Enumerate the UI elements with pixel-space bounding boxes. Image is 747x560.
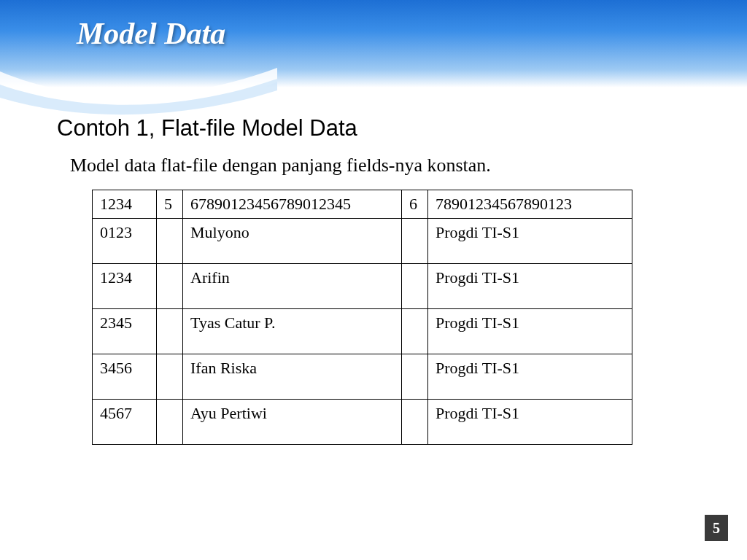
table-cell: 6 (402, 190, 428, 219)
table-cell (402, 400, 428, 445)
table-row: 1234 Arifin Progdi TI-S1 (93, 264, 632, 309)
table-cell: Progdi TI-S1 (428, 354, 632, 400)
table-cell: 0123 (93, 219, 157, 264)
table-header-row: 1234 5 67890123456789012345 6 7890123456… (93, 190, 632, 219)
page-number-badge: 5 (705, 515, 728, 541)
table-cell: Progdi TI-S1 (428, 400, 632, 445)
table-cell: Progdi TI-S1 (428, 219, 632, 264)
table-cell (402, 354, 428, 400)
flat-file-table: 1234 5 67890123456789012345 6 7890123456… (92, 190, 632, 445)
table-cell: 3456 (93, 354, 157, 400)
slide-header: Model Data (0, 0, 747, 88)
table-cell: Progdi TI-S1 (428, 309, 632, 354)
subtitle: Contoh 1, Flat-file Model Data (57, 115, 696, 141)
table-cell (157, 309, 183, 354)
table-cell: Tyas Catur P. (183, 309, 402, 354)
table-cell: Progdi TI-S1 (428, 264, 632, 309)
table-cell: 67890123456789012345 (183, 190, 402, 219)
table-cell: 78901234567890123 (428, 190, 632, 219)
table-cell: 2345 (93, 309, 157, 354)
description-text: Model data flat-file dengan panjang fiel… (70, 155, 696, 176)
slide-content: Contoh 1, Flat-file Model Data Model dat… (0, 88, 747, 445)
table-cell: Ifan Riska (183, 354, 402, 400)
table-row: 3456 Ifan Riska Progdi TI-S1 (93, 354, 632, 400)
table-cell (157, 264, 183, 309)
table-cell (157, 354, 183, 400)
table-cell (157, 219, 183, 264)
table-row: 2345 Tyas Catur P. Progdi TI-S1 (93, 309, 632, 354)
table-cell: Arifin (183, 264, 402, 309)
slide-title: Model Data (77, 16, 225, 51)
table-cell (157, 400, 183, 445)
table-cell: 1234 (93, 264, 157, 309)
table-cell: Mulyono (183, 219, 402, 264)
table-cell: 4567 (93, 400, 157, 445)
table-cell: Ayu Pertiwi (183, 400, 402, 445)
table-cell (402, 264, 428, 309)
table-cell (402, 309, 428, 354)
table-row: 0123 Mulyono Progdi TI-S1 (93, 219, 632, 264)
table-cell: 5 (157, 190, 183, 219)
table-cell (402, 219, 428, 264)
table-cell: 1234 (93, 190, 157, 219)
table-row: 4567 Ayu Pertiwi Progdi TI-S1 (93, 400, 632, 445)
